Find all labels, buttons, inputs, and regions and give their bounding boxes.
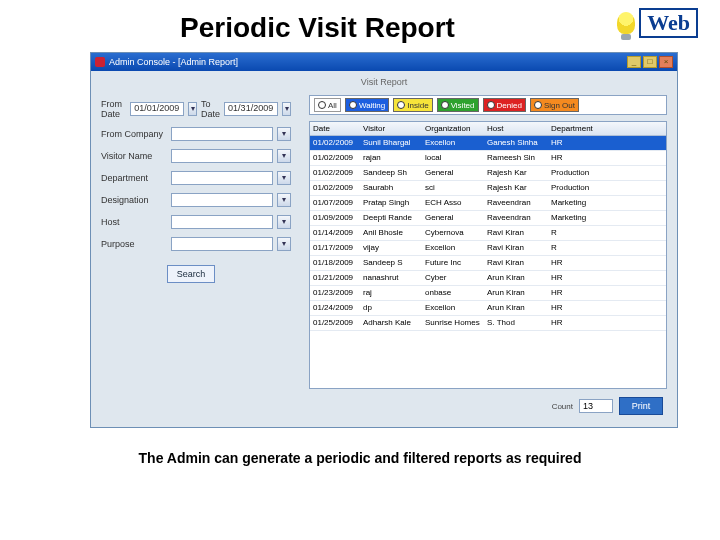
purpose-input[interactable] bbox=[171, 237, 273, 251]
purpose-label: Purpose bbox=[101, 239, 167, 249]
status-denied[interactable]: Denied bbox=[483, 98, 526, 112]
table-cell: Production bbox=[548, 166, 606, 180]
table-row[interactable]: 01/02/2009rajanlocalRameesh SinHR bbox=[310, 151, 666, 166]
visitor-input[interactable] bbox=[171, 149, 273, 163]
table-cell: Excellon bbox=[422, 136, 484, 150]
table-cell: 01/18/2009 bbox=[310, 256, 360, 270]
radio-icon bbox=[534, 101, 542, 109]
to-date-input[interactable]: 01/31/2009 bbox=[224, 102, 278, 116]
table-cell: nanashrut bbox=[360, 271, 422, 285]
table-cell: 01/02/2009 bbox=[310, 136, 360, 150]
slide-title: Periodic Visit Report bbox=[180, 12, 455, 44]
table-cell: dp bbox=[360, 301, 422, 315]
titlebar: Admin Console - [Admin Report] _ □ × bbox=[91, 53, 677, 71]
count-label: Count bbox=[552, 402, 573, 411]
table-row[interactable]: 01/09/2009Deepti RandeGeneralRaveendranM… bbox=[310, 211, 666, 226]
table-row[interactable]: 01/02/2009Sandeep ShGeneralRajesh KarPro… bbox=[310, 166, 666, 181]
table-cell: 01/17/2009 bbox=[310, 241, 360, 255]
table-cell: Ravi Kiran bbox=[484, 256, 548, 270]
desig-input[interactable] bbox=[171, 193, 273, 207]
col-dept[interactable]: Department bbox=[548, 122, 606, 135]
from-date-dropdown[interactable]: ▾ bbox=[188, 102, 197, 116]
results-panel: All Waiting Inside Visited Denied Sign O… bbox=[309, 95, 667, 417]
dept-dropdown[interactable]: ▾ bbox=[277, 171, 291, 185]
filter-panel: From Date 01/01/2009 ▾ To Date 01/31/200… bbox=[101, 95, 291, 417]
status-waiting[interactable]: Waiting bbox=[345, 98, 389, 112]
table-cell: HR bbox=[548, 256, 606, 270]
table-row[interactable]: 01/02/2009Sunil BhargalExcellonGanesh Si… bbox=[310, 136, 666, 151]
window-title: Admin Console - [Admin Report] bbox=[109, 57, 238, 67]
status-signout[interactable]: Sign Out bbox=[530, 98, 579, 112]
brand-logo: Web bbox=[617, 8, 698, 38]
table-cell: ECH Asso bbox=[422, 196, 484, 210]
table-cell: Arun Kiran bbox=[484, 286, 548, 300]
company-dropdown[interactable]: ▾ bbox=[277, 127, 291, 141]
status-inside[interactable]: Inside bbox=[393, 98, 432, 112]
table-row[interactable]: 01/02/2009SaurabhsciRajesh KarProduction bbox=[310, 181, 666, 196]
table-cell: 01/14/2009 bbox=[310, 226, 360, 240]
table-cell: Excellon bbox=[422, 301, 484, 315]
company-input[interactable] bbox=[171, 127, 273, 141]
col-date[interactable]: Date bbox=[310, 122, 360, 135]
table-row[interactable]: 01/25/2009Adharsh KaleSunrise HomesS. Th… bbox=[310, 316, 666, 331]
purpose-dropdown[interactable]: ▾ bbox=[277, 237, 291, 251]
table-cell: Sunil Bhargal bbox=[360, 136, 422, 150]
results-grid: Date Visitor Organization Host Departmen… bbox=[309, 121, 667, 389]
table-cell: HR bbox=[548, 316, 606, 330]
table-row[interactable]: 01/17/2009vijayExcellonRavi KiranR bbox=[310, 241, 666, 256]
col-visitor[interactable]: Visitor bbox=[360, 122, 422, 135]
col-org[interactable]: Organization bbox=[422, 122, 484, 135]
table-cell: Marketing bbox=[548, 196, 606, 210]
table-row[interactable]: 01/21/2009nanashrutCyberArun KiranHR bbox=[310, 271, 666, 286]
table-cell: HR bbox=[548, 136, 606, 150]
host-dropdown[interactable]: ▾ bbox=[277, 215, 291, 229]
status-all[interactable]: All bbox=[314, 98, 341, 112]
dept-input[interactable] bbox=[171, 171, 273, 185]
host-input[interactable] bbox=[171, 215, 273, 229]
table-cell: Saurabh bbox=[360, 181, 422, 195]
table-cell: HR bbox=[548, 286, 606, 300]
table-cell: 01/25/2009 bbox=[310, 316, 360, 330]
table-cell: Adharsh Kale bbox=[360, 316, 422, 330]
close-button[interactable]: × bbox=[659, 56, 673, 68]
grid-body[interactable]: 01/02/2009Sunil BhargalExcellonGanesh Si… bbox=[310, 136, 666, 388]
status-visited[interactable]: Visited bbox=[437, 98, 479, 112]
table-cell: Deepti Rande bbox=[360, 211, 422, 225]
desig-label: Designation bbox=[101, 195, 167, 205]
table-cell: Anil Bhosle bbox=[360, 226, 422, 240]
table-cell: Pratap Singh bbox=[360, 196, 422, 210]
table-cell: 01/02/2009 bbox=[310, 166, 360, 180]
table-cell: R bbox=[548, 226, 606, 240]
table-cell: General bbox=[422, 211, 484, 225]
bulb-icon bbox=[617, 12, 635, 34]
table-cell: Future Inc bbox=[422, 256, 484, 270]
visitor-dropdown[interactable]: ▾ bbox=[277, 149, 291, 163]
table-cell: Cybernova bbox=[422, 226, 484, 240]
to-date-dropdown[interactable]: ▾ bbox=[282, 102, 291, 116]
table-row[interactable]: 01/14/2009Anil BhosleCybernovaRavi Kiran… bbox=[310, 226, 666, 241]
table-row[interactable]: 01/18/2009Sandeep SFuture IncRavi KiranH… bbox=[310, 256, 666, 271]
table-cell: Ganesh Sinha bbox=[484, 136, 548, 150]
grid-header: Date Visitor Organization Host Departmen… bbox=[310, 122, 666, 136]
table-cell: Arun Kiran bbox=[484, 271, 548, 285]
maximize-button[interactable]: □ bbox=[643, 56, 657, 68]
table-cell: 01/02/2009 bbox=[310, 151, 360, 165]
print-button[interactable]: Print bbox=[619, 397, 663, 415]
table-cell: Raveendran bbox=[484, 211, 548, 225]
table-cell: Sandeep Sh bbox=[360, 166, 422, 180]
company-label: From Company bbox=[101, 129, 167, 139]
table-row[interactable]: 01/23/2009rajonbaseArun KiranHR bbox=[310, 286, 666, 301]
table-cell: HR bbox=[548, 271, 606, 285]
table-cell: Ravi Kiran bbox=[484, 241, 548, 255]
desig-dropdown[interactable]: ▾ bbox=[277, 193, 291, 207]
table-cell: 01/21/2009 bbox=[310, 271, 360, 285]
col-host[interactable]: Host bbox=[484, 122, 548, 135]
from-date-label: From Date bbox=[101, 99, 126, 119]
minimize-button[interactable]: _ bbox=[627, 56, 641, 68]
table-row[interactable]: 01/24/2009dpExcellonArun KiranHR bbox=[310, 301, 666, 316]
from-date-input[interactable]: 01/01/2009 bbox=[130, 102, 184, 116]
table-cell: onbase bbox=[422, 286, 484, 300]
table-row[interactable]: 01/07/2009Pratap SinghECH AssoRaveendran… bbox=[310, 196, 666, 211]
search-button[interactable]: Search bbox=[167, 265, 215, 283]
host-label: Host bbox=[101, 217, 167, 227]
